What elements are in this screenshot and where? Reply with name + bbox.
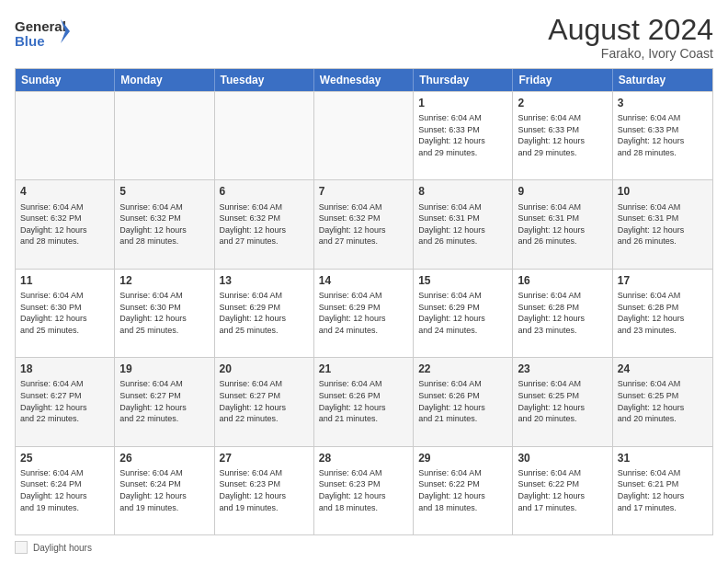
day-number: 3 [618,96,708,110]
day-number: 16 [518,273,607,288]
calendar-cell: 5Sunrise: 6:04 AM Sunset: 6:32 PM Daylig… [115,180,214,268]
cell-info: Sunrise: 6:04 AM Sunset: 6:25 PM Dayligh… [518,378,607,424]
calendar-cell [16,92,115,179]
calendar-row-3: 18Sunrise: 6:04 AM Sunset: 6:27 PM Dayli… [16,357,712,445]
cell-info: Sunrise: 6:04 AM Sunset: 6:31 PM Dayligh… [518,201,607,247]
calendar-cell: 23Sunrise: 6:04 AM Sunset: 6:25 PM Dayli… [513,358,612,445]
day-number: 29 [418,451,507,465]
month-title: August 2024 [548,15,713,44]
footer: Daylight hours [15,541,713,554]
calendar-cell: 9Sunrise: 6:04 AM Sunset: 6:31 PM Daylig… [513,180,612,268]
calendar-cell: 16Sunrise: 6:04 AM Sunset: 6:28 PM Dayli… [513,270,612,357]
day-number: 18 [20,362,109,376]
cell-info: Sunrise: 6:04 AM Sunset: 6:30 PM Dayligh… [119,290,209,336]
calendar-cell: 12Sunrise: 6:04 AM Sunset: 6:30 PM Dayli… [115,270,214,357]
cell-info: Sunrise: 6:04 AM Sunset: 6:26 PM Dayligh… [418,378,507,424]
cell-info: Sunrise: 6:04 AM Sunset: 6:27 PM Dayligh… [20,378,109,424]
day-number: 25 [20,451,109,465]
cell-info: Sunrise: 6:04 AM Sunset: 6:32 PM Dayligh… [20,201,109,247]
day-number: 22 [418,362,507,376]
calendar-cell [115,92,214,179]
calendar-cell: 29Sunrise: 6:04 AM Sunset: 6:22 PM Dayli… [414,447,513,534]
cell-info: Sunrise: 6:04 AM Sunset: 6:28 PM Dayligh… [518,290,607,336]
day-header-tuesday: Tuesday [215,69,314,91]
calendar-cell: 25Sunrise: 6:04 AM Sunset: 6:24 PM Dayli… [16,447,115,534]
cell-info: Sunrise: 6:04 AM Sunset: 6:29 PM Dayligh… [220,290,309,336]
calendar-cell: 21Sunrise: 6:04 AM Sunset: 6:26 PM Dayli… [314,358,414,445]
calendar-cell: 2Sunrise: 6:04 AM Sunset: 6:33 PM Daylig… [513,92,612,179]
cell-info: Sunrise: 6:04 AM Sunset: 6:26 PM Dayligh… [319,378,408,424]
day-number: 7 [319,184,408,199]
calendar-cell: 17Sunrise: 6:04 AM Sunset: 6:28 PM Dayli… [613,270,712,357]
day-number: 17 [618,273,708,288]
calendar-cell: 3Sunrise: 6:04 AM Sunset: 6:33 PM Daylig… [613,92,712,179]
calendar-cell: 30Sunrise: 6:04 AM Sunset: 6:22 PM Dayli… [513,447,612,534]
day-number: 30 [518,451,607,465]
calendar-row-4: 25Sunrise: 6:04 AM Sunset: 6:24 PM Dayli… [16,446,712,534]
cell-info: Sunrise: 6:04 AM Sunset: 6:29 PM Dayligh… [319,290,408,336]
day-number: 26 [119,451,209,465]
day-number: 28 [319,451,408,465]
day-number: 15 [418,273,507,288]
day-number: 27 [220,451,309,465]
cell-info: Sunrise: 6:04 AM Sunset: 6:25 PM Dayligh… [618,378,708,424]
calendar-row-0: 1Sunrise: 6:04 AM Sunset: 6:33 PM Daylig… [16,91,712,179]
cell-info: Sunrise: 6:04 AM Sunset: 6:31 PM Dayligh… [618,201,708,247]
day-number: 31 [618,451,708,465]
calendar-body: 1Sunrise: 6:04 AM Sunset: 6:33 PM Daylig… [16,91,712,534]
calendar-cell [314,92,414,179]
calendar-cell: 13Sunrise: 6:04 AM Sunset: 6:29 PM Dayli… [215,270,314,357]
day-number: 1 [418,96,507,110]
calendar-cell: 24Sunrise: 6:04 AM Sunset: 6:25 PM Dayli… [613,358,712,445]
cell-info: Sunrise: 6:04 AM Sunset: 6:33 PM Dayligh… [418,112,507,158]
location: Farako, Ivory Coast [548,46,713,61]
day-header-wednesday: Wednesday [314,69,414,91]
cell-info: Sunrise: 6:04 AM Sunset: 6:21 PM Dayligh… [618,467,708,513]
day-number: 9 [518,184,607,199]
calendar-cell: 26Sunrise: 6:04 AM Sunset: 6:24 PM Dayli… [115,447,214,534]
cell-info: Sunrise: 6:04 AM Sunset: 6:32 PM Dayligh… [220,201,309,247]
day-number: 10 [618,184,708,199]
calendar-cell: 14Sunrise: 6:04 AM Sunset: 6:29 PM Dayli… [314,270,414,357]
day-number: 14 [319,273,408,288]
calendar-cell: 28Sunrise: 6:04 AM Sunset: 6:23 PM Dayli… [314,447,414,534]
svg-text:General: General [15,18,66,34]
calendar-cell: 15Sunrise: 6:04 AM Sunset: 6:29 PM Dayli… [414,270,513,357]
day-number: 23 [518,362,607,376]
calendar-cell: 18Sunrise: 6:04 AM Sunset: 6:27 PM Dayli… [16,358,115,445]
calendar: SundayMondayTuesdayWednesdayThursdayFrid… [15,68,713,535]
day-header-monday: Monday [115,69,214,91]
day-number: 19 [119,362,209,376]
calendar-cell: 20Sunrise: 6:04 AM Sunset: 6:27 PM Dayli… [215,358,314,445]
logo-svg: GeneralBlue [15,15,70,52]
header: GeneralBlue August 2024 Farako, Ivory Co… [15,15,713,61]
logo: GeneralBlue [15,15,70,52]
calendar-cell: 4Sunrise: 6:04 AM Sunset: 6:32 PM Daylig… [16,180,115,268]
title-section: August 2024 Farako, Ivory Coast [548,15,713,61]
day-number: 4 [20,184,109,199]
calendar-cell: 6Sunrise: 6:04 AM Sunset: 6:32 PM Daylig… [215,180,314,268]
shaded-box [15,541,28,554]
cell-info: Sunrise: 6:04 AM Sunset: 6:27 PM Dayligh… [220,378,309,424]
cell-info: Sunrise: 6:04 AM Sunset: 6:24 PM Dayligh… [20,467,109,513]
cell-info: Sunrise: 6:04 AM Sunset: 6:30 PM Dayligh… [20,290,109,336]
day-number: 11 [20,273,109,288]
footer-label: Daylight hours [33,543,92,553]
cell-info: Sunrise: 6:04 AM Sunset: 6:22 PM Dayligh… [518,467,607,513]
cell-info: Sunrise: 6:04 AM Sunset: 6:31 PM Dayligh… [418,201,507,247]
calendar-cell: 11Sunrise: 6:04 AM Sunset: 6:30 PM Dayli… [16,270,115,357]
page: GeneralBlue August 2024 Farako, Ivory Co… [0,0,728,563]
calendar-cell: 1Sunrise: 6:04 AM Sunset: 6:33 PM Daylig… [414,92,513,179]
day-number: 12 [119,273,209,288]
day-header-saturday: Saturday [613,69,712,91]
day-number: 5 [119,184,209,199]
cell-info: Sunrise: 6:04 AM Sunset: 6:32 PM Dayligh… [119,201,209,247]
calendar-cell: 8Sunrise: 6:04 AM Sunset: 6:31 PM Daylig… [414,180,513,268]
day-number: 6 [220,184,309,199]
day-number: 21 [319,362,408,376]
day-header-thursday: Thursday [414,69,513,91]
day-number: 24 [618,362,708,376]
calendar-cell: 19Sunrise: 6:04 AM Sunset: 6:27 PM Dayli… [115,358,214,445]
cell-info: Sunrise: 6:04 AM Sunset: 6:33 PM Dayligh… [618,112,708,158]
calendar-header: SundayMondayTuesdayWednesdayThursdayFrid… [16,69,712,91]
